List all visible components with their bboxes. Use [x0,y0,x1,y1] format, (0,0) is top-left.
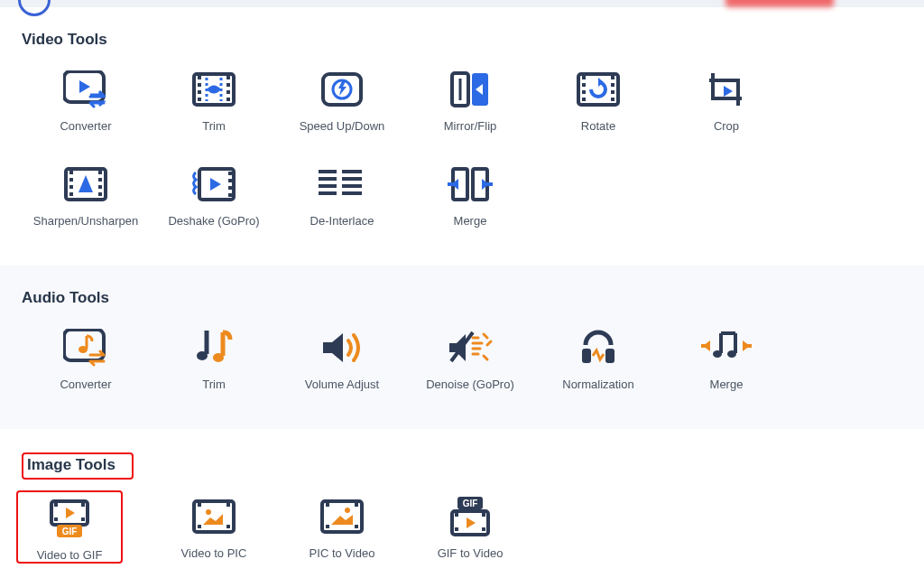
image-video-to-pic-tool[interactable]: Video to PIC [150,496,278,564]
tool-label: Speed Up/Down [278,119,406,133]
svg-marker-27 [724,86,733,97]
video-tools-grid: Converter Trim [22,69,902,258]
svg-rect-91 [198,525,201,528]
svg-rect-7 [226,76,230,79]
tool-label: Converter [22,378,150,391]
video-rotate-tool[interactable]: Rotate [534,69,662,133]
audio-trim-icon [150,327,278,368]
svg-rect-29 [69,171,73,174]
top-bar [0,0,924,7]
svg-rect-30 [69,178,73,182]
audio-volume-tool[interactable]: Volume Adjust [278,327,406,391]
svg-rect-104 [455,513,458,517]
image-tools-title-highlight: Image Tools [22,452,134,480]
video-sharpen-tool[interactable]: Sharpen/Unsharpen [22,163,150,228]
tool-label: Trim [150,119,278,133]
svg-rect-97 [326,525,329,528]
merge-icon [406,163,534,205]
image-gif-to-video-tool[interactable]: GIF GIF to Video [406,496,534,564]
svg-rect-42 [228,193,232,197]
tool-label: Volume Adjust [278,378,406,391]
deshake-icon [150,163,278,205]
svg-point-100 [345,508,350,513]
audio-merge-tool[interactable]: Merge [662,327,790,391]
audio-normalize-tool[interactable]: Normalization [534,327,662,391]
image-pic-to-video-tool[interactable]: PIC to Video [278,496,406,564]
svg-marker-43 [210,178,221,191]
video-crop-tool[interactable]: Crop [662,69,790,133]
svg-rect-84 [81,503,85,507]
svg-rect-35 [98,185,102,189]
svg-rect-54 [319,184,322,188]
svg-rect-6 [198,98,201,101]
svg-marker-70 [323,333,343,362]
image-tools-title: Image Tools [27,456,116,474]
svg-rect-82 [54,503,58,507]
svg-rect-32 [69,192,73,196]
svg-point-68 [197,351,208,360]
svg-rect-59 [342,191,346,195]
denoise-icon [406,327,534,368]
tool-label: Rotate [534,119,662,133]
svg-text:GIF: GIF [463,499,478,508]
svg-point-75 [713,350,722,358]
audio-trim-tool[interactable]: Trim [150,327,278,391]
tool-label: De-Interlace [278,214,406,228]
svg-rect-55 [319,191,322,195]
svg-rect-24 [611,90,614,94]
tool-label: Converter [22,119,150,133]
tool-label: Trim [150,378,278,391]
audio-tools-title: Audio Tools [22,289,902,307]
gif-to-video-icon: GIF [406,496,534,537]
tool-label: Deshake (GoPro) [150,214,278,228]
crop-icon [662,69,790,110]
trim-icon [150,69,278,110]
image-video-to-gif-tool[interactable]: GIF Video to GIF [16,490,123,564]
audio-tools-section: Audio Tools Converter [0,266,924,429]
svg-rect-19 [582,83,586,87]
video-mirror-tool[interactable]: Mirror/Flip [406,69,534,133]
mirror-icon [406,69,534,110]
converter-icon [22,69,150,110]
svg-rect-92 [226,503,230,507]
svg-rect-21 [582,98,586,101]
deinterlace-icon [278,163,406,205]
pic-to-video-icon [278,496,406,537]
tool-label: Denoise (GoPro) [406,378,534,391]
video-deshake-tool[interactable]: Deshake (GoPro) [150,163,278,228]
svg-rect-20 [582,90,586,94]
svg-rect-3 [198,76,201,79]
svg-rect-33 [98,171,102,174]
tool-label: Sharpen/Unsharpen [22,214,150,228]
svg-rect-31 [69,185,73,189]
video-deinterlace-tool[interactable]: De-Interlace [278,163,406,228]
svg-point-67 [79,346,88,353]
video-trim-tool[interactable]: Trim [150,69,278,133]
svg-point-76 [727,350,736,358]
svg-rect-9 [226,90,230,94]
svg-point-69 [213,353,224,362]
tool-label: PIC to Video [278,546,406,560]
svg-rect-23 [611,83,614,87]
normalize-icon [534,327,662,368]
svg-rect-90 [198,503,201,507]
svg-rect-98 [355,503,358,507]
svg-rect-56 [342,170,346,173]
svg-rect-93 [226,525,230,528]
audio-denoise-tool[interactable]: Denoise (GoPro) [406,327,534,391]
svg-rect-53 [319,177,322,181]
svg-rect-96 [326,503,329,507]
audio-converter-tool[interactable]: Converter [22,327,150,391]
tool-label: Merge [662,378,790,391]
tool-label: Crop [662,119,790,133]
svg-rect-106 [482,513,485,517]
video-speed-tool[interactable]: Speed Up/Down [278,69,406,133]
svg-rect-34 [98,178,102,182]
sharpen-icon [22,163,150,205]
video-converter-tool[interactable]: Converter [22,69,150,133]
cta-button[interactable] [725,0,834,7]
tool-label: Video to GIF [18,548,121,562]
video-merge-tool[interactable]: Merge [406,163,534,228]
svg-rect-36 [98,192,102,196]
volume-icon [278,327,406,368]
